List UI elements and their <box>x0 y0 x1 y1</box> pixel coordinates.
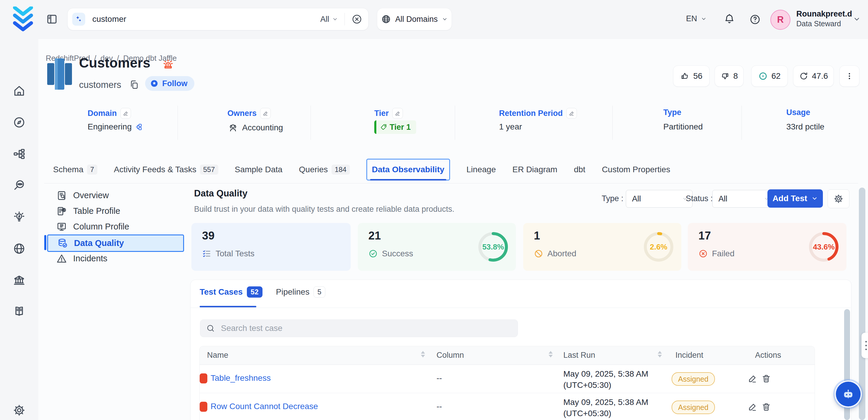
search-icon <box>206 324 215 333</box>
discover-search-icon[interactable] <box>13 179 26 192</box>
owners-value[interactable]: Accounting <box>227 122 283 133</box>
card-aborted: 1 Aborted 2.6% <box>523 223 681 271</box>
compass-icon[interactable] <box>13 116 26 129</box>
user-role: Data Steward <box>796 19 852 28</box>
tier-badge-bar <box>374 120 376 134</box>
upvotes-button[interactable]: 56 <box>673 65 710 87</box>
tab-dbt[interactable]: dbt <box>574 165 585 174</box>
tab-data-observability[interactable]: Data Observability <box>366 159 450 181</box>
insights-bulb-icon[interactable] <box>13 211 26 223</box>
chevron-down-icon[interactable] <box>853 16 861 23</box>
incident-status-badge[interactable]: Assigned <box>672 400 715 414</box>
tab-test-cases[interactable]: Test Cases 52 <box>200 287 262 298</box>
test-cases-table: Name Column Last Run Incident Actions Ta… <box>199 346 815 420</box>
status-filter-value: All <box>718 194 727 204</box>
app-root: All All Domains EN R <box>0 0 868 420</box>
col-header-column[interactable]: Column <box>436 351 464 360</box>
tab-lineage[interactable]: Lineage <box>467 165 496 174</box>
popularity-button[interactable]: 47.6 <box>793 65 834 87</box>
test-case-search[interactable] <box>200 320 518 337</box>
more-actions-button[interactable] <box>839 65 860 87</box>
subnav-overview[interactable]: Overview <box>47 187 182 203</box>
domain-link-icon <box>135 123 142 130</box>
sort-name-icon[interactable] <box>421 351 425 357</box>
sort-last-run-icon[interactable] <box>658 351 662 357</box>
add-test-button[interactable]: Add Test <box>768 189 823 208</box>
incident-status-badge[interactable]: Assigned <box>672 372 715 386</box>
tier-value: Tier 1 <box>390 123 411 132</box>
tab-sample-data[interactable]: Sample Data <box>235 165 283 174</box>
home-icon[interactable] <box>13 84 26 97</box>
row-last-run: May 09, 2025, 5:38 AM <box>563 369 648 379</box>
alert-siren-icon[interactable] <box>162 58 175 71</box>
tab-activity-feeds[interactable]: Activity Feeds & Tasks557 <box>114 164 218 175</box>
tab-custom-properties[interactable]: Custom Properties <box>602 165 671 174</box>
type-filter-select[interactable]: All <box>626 190 692 208</box>
col-header-last-run[interactable]: Last Run <box>563 351 595 360</box>
edit-icon[interactable] <box>748 402 757 412</box>
copy-icon[interactable] <box>129 79 140 90</box>
test-case-search-input[interactable] <box>220 323 518 333</box>
subnav-incidents[interactable]: Incidents <box>47 251 182 266</box>
panel-toggle-icon[interactable] <box>46 13 58 25</box>
type-value: Partitioned <box>663 122 703 131</box>
tier-badge[interactable]: Tier 1 <box>374 120 416 134</box>
page-scrollbar[interactable] <box>859 187 865 420</box>
svg-text:43.6%: 43.6% <box>813 242 835 251</box>
notifications-bell-icon[interactable] <box>723 13 736 25</box>
tab-schema[interactable]: Schema7 <box>53 164 97 175</box>
edit-tier-button[interactable] <box>392 108 403 119</box>
help-icon[interactable] <box>749 13 761 25</box>
success-value: 21 <box>368 230 381 242</box>
atlan-logo-icon[interactable] <box>12 6 34 32</box>
user-menu[interactable]: Rounakpreet.d Data Steward <box>796 9 852 28</box>
edit-owners-button[interactable] <box>260 108 271 119</box>
sort-column-icon[interactable] <box>549 351 553 357</box>
chat-assistant-button[interactable] <box>835 381 862 408</box>
column-profile-icon <box>56 221 67 233</box>
follow-button[interactable]: Follow <box>145 76 194 91</box>
chevron-down-icon <box>701 16 707 22</box>
thumbs-up-icon <box>680 71 689 81</box>
subnav-column-profile[interactable]: Column Profile <box>47 219 182 235</box>
edit-retention-button[interactable] <box>566 108 577 119</box>
card-success: 21 Success 53.8% <box>358 223 516 271</box>
global-search[interactable]: All <box>67 8 369 30</box>
card-failed: 17 Failed 43.6% <box>688 223 846 271</box>
side-panel-handle[interactable] <box>862 333 868 358</box>
clear-search-icon[interactable] <box>351 13 363 25</box>
tab-pipelines[interactable]: Pipelines 5 <box>276 287 325 298</box>
downvotes-button[interactable]: 8 <box>715 65 744 87</box>
avatar[interactable]: R <box>770 10 790 30</box>
language-dropdown[interactable]: EN <box>686 14 707 23</box>
delete-icon[interactable] <box>762 374 771 384</box>
domains-globe-icon[interactable] <box>13 242 26 255</box>
status-filter-select[interactable]: All <box>712 190 774 208</box>
total-tests-value: 39 <box>202 230 214 242</box>
divider <box>455 106 455 140</box>
edit-domain-button[interactable] <box>120 108 131 119</box>
glossary-book-icon[interactable] <box>13 305 26 318</box>
col-header-name[interactable]: Name <box>207 351 228 360</box>
dq-settings-button[interactable] <box>828 189 849 208</box>
test-case-link[interactable]: Row Count Cannot Decrease <box>211 402 318 411</box>
tab-er-diagram[interactable]: ER Diagram <box>512 165 557 174</box>
settings-gear-icon[interactable] <box>13 404 26 417</box>
workflows-icon[interactable] <box>13 148 26 160</box>
governance-bank-icon[interactable] <box>13 274 26 287</box>
search-scope-dropdown[interactable]: All <box>320 15 338 24</box>
domain-value[interactable]: Engineering <box>88 122 142 131</box>
tier-label: Tier <box>374 108 403 119</box>
edit-icon[interactable] <box>748 374 757 384</box>
robot-icon <box>841 386 856 402</box>
test-case-link[interactable]: Table_freshness <box>211 373 271 383</box>
subnav-table-profile[interactable]: Table Profile <box>47 203 182 219</box>
views-button[interactable]: 62 <box>751 65 788 87</box>
tab-row-divider <box>190 308 850 308</box>
search-input[interactable] <box>92 14 320 24</box>
all-domains-dropdown[interactable]: All Domains <box>377 8 452 30</box>
thumbs-down-icon <box>720 71 730 81</box>
subnav-data-quality[interactable]: Data Quality <box>47 235 184 252</box>
tab-queries[interactable]: Queries184 <box>299 164 350 175</box>
delete-icon[interactable] <box>762 402 771 412</box>
